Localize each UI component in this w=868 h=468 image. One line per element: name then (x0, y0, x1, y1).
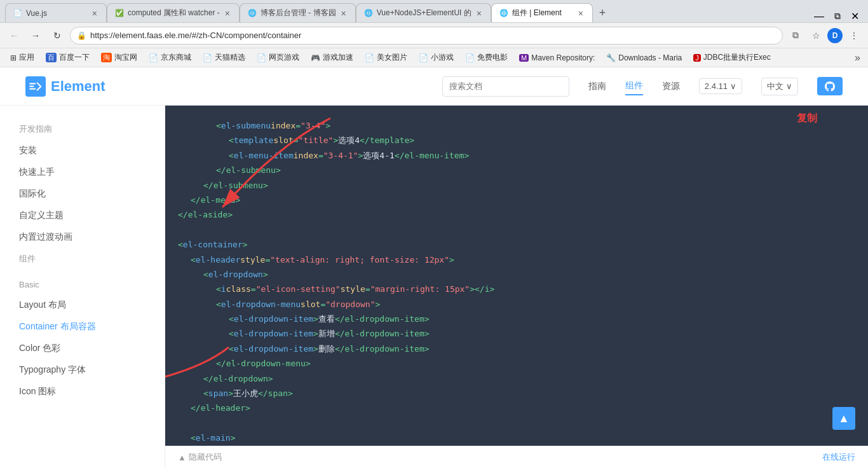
address-text: https://element.faas.ele.me/#/zh-CN/comp… (90, 31, 776, 40)
tab-vue-node-close[interactable]: × (475, 8, 483, 18)
tab-computed-icon: ✅ (115, 9, 124, 17)
tab-vue-node-title: Vue+NodeJS+ElementUI 的 (377, 8, 471, 18)
maven-icon: M (519, 54, 529, 62)
browser-window: 📄 Vue.js × ✅ computed 属性和 watcher - × 🌐 … (0, 0, 868, 468)
tab-blog[interactable]: 🌐 博客后台管理 - 博客园 × (240, 3, 356, 22)
scroll-to-top-button[interactable]: ▲ (832, 407, 855, 430)
code-line-16: <el-dropdown-item>删除</el-dropdown-item> (178, 341, 855, 356)
copy-button[interactable]: 复制 (797, 112, 817, 125)
sidebar-item-theme[interactable]: 自定义主题 (0, 205, 165, 226)
bookmark-taobao[interactable]: 淘 淘宝网 (96, 50, 142, 65)
tab-vue-icon: 📄 (13, 9, 22, 17)
sidebar-item-quickstart[interactable]: 快速上手 (0, 162, 165, 183)
sidebar-group-basic: Basic (0, 270, 165, 294)
profile-button[interactable]: D (827, 28, 843, 43)
nav-guide[interactable]: 指南 (588, 78, 606, 95)
content-area: Element 指南 组件 资源 2.4.11 ∨ 中文 ∨ (0, 67, 868, 468)
code-block: 复制 <el-submenu index="3-4"> <template sl… (165, 106, 868, 468)
bookmarks-more-button[interactable]: » (852, 51, 863, 65)
element-search-input[interactable] (442, 76, 569, 97)
close-browser-button[interactable]: ✕ (847, 10, 863, 22)
sidebar-item-transition[interactable]: 内置过渡动画 (0, 226, 165, 248)
sidebar-item-color[interactable]: Color 色彩 (0, 338, 165, 359)
page-body: 开发指南 安装 快速上手 国际化 自定义主题 内置过渡动画 组件 Basic L… (0, 106, 868, 468)
reload-button[interactable]: ↻ (48, 27, 66, 45)
hide-code-button[interactable]: ▲ 隐藏代码 (178, 451, 222, 463)
tab-element[interactable]: 🌐 组件 | Element × (491, 3, 593, 22)
minimize-button[interactable]: — (810, 11, 828, 22)
hide-code-arrow-icon: ▲ (178, 453, 186, 462)
code-line-10: <el-header style="text-align: right; fon… (178, 252, 855, 267)
tab-element-title: 组件 | Element (512, 8, 573, 18)
tab-vue-title: Vue.js (26, 9, 87, 18)
browser-toolbar: ← → ↻ 🔒 https://element.faas.ele.me/#/zh… (0, 23, 868, 48)
tab-vue-node-icon: 🌐 (364, 9, 373, 17)
bookmark-game-accel[interactable]: 🎮 游戏加速 (306, 50, 358, 65)
nav-resource[interactable]: 资源 (662, 78, 680, 95)
forward-button[interactable]: → (27, 27, 44, 45)
code-line-7: </el-aside> (178, 207, 855, 222)
bookmark-jdbc[interactable]: J JDBC批量执行Exec (688, 50, 776, 65)
code-line-12: <i class="el-icon-setting" style="margin… (178, 282, 855, 296)
tab-computed[interactable]: ✅ computed 属性和 watcher - × (107, 3, 240, 22)
version-select[interactable]: 2.4.11 ∨ (699, 78, 742, 94)
github-button[interactable] (817, 77, 843, 95)
code-line-5: </el-submenu> (178, 178, 855, 193)
nav-component[interactable]: 组件 (625, 78, 643, 95)
sidebar: 开发指南 安装 快速上手 国际化 自定义主题 内置过渡动画 组件 Basic L… (0, 106, 165, 468)
sidebar-item-install[interactable]: 安装 (0, 140, 165, 162)
sidebar-section-guide: 开发指南 (0, 118, 165, 140)
bookmark-girls[interactable]: 📄 美女图片 (360, 50, 412, 65)
code-line-2: <template slot="title">选项4</template> (178, 133, 855, 148)
sidebar-item-container[interactable]: Container 布局容器 (0, 316, 165, 338)
jdbc-icon: J (693, 54, 701, 62)
extensions-button[interactable]: ⧉ (787, 27, 804, 45)
version-chevron-icon: ∨ (730, 81, 736, 91)
games-icon: 📄 (257, 53, 266, 62)
element-page: Element 指南 组件 资源 2.4.11 ∨ 中文 ∨ (0, 67, 868, 468)
tab-computed-close[interactable]: × (224, 8, 231, 18)
downloads-icon: 🔧 (606, 53, 616, 62)
code-line-1: <el-submenu index="3-4"> (178, 118, 855, 133)
code-line-21 (178, 416, 855, 430)
code-line-14: <el-dropdown-item>查看</el-dropdown-item> (178, 312, 855, 326)
tab-element-close[interactable]: × (577, 8, 585, 18)
bookmark-apps[interactable]: ⊞ 应用 (5, 50, 39, 65)
back-button[interactable]: ← (5, 27, 23, 45)
bookmark-movies[interactable]: 📄 免费电影 (460, 50, 513, 65)
new-tab-button[interactable]: + (593, 3, 612, 22)
element-header: Element 指南 组件 资源 2.4.11 ∨ 中文 ∨ (0, 67, 868, 106)
mini-games-icon: 📄 (419, 53, 428, 62)
address-bar[interactable]: 🔒 https://element.faas.ele.me/#/zh-CN/co… (70, 27, 783, 45)
tab-vue[interactable]: 📄 Vue.js × (5, 3, 107, 22)
restore-button[interactable]: ⧉ (831, 11, 844, 22)
bookmark-mini-games[interactable]: 📄 小游戏 (414, 50, 459, 65)
code-line-8 (178, 223, 855, 237)
code-line-13: <el-dropdown-menu slot="dropdown"> (178, 297, 855, 312)
tab-computed-title: computed 属性和 watcher - (128, 8, 220, 18)
tab-vue-close[interactable]: × (91, 8, 98, 18)
bookmark-downloads[interactable]: 🔧 Downloads - Maria (601, 52, 687, 64)
sidebar-section-component: 组件 (0, 248, 165, 270)
code-line-15: <el-dropdown-item>新增</el-dropdown-item> (178, 326, 855, 341)
tab-blog-close[interactable]: × (340, 8, 348, 18)
svg-rect-1 (29, 85, 34, 86)
bookmark-games[interactable]: 📄 网页游戏 (252, 50, 304, 65)
more-options-button[interactable]: ⋮ (845, 27, 863, 45)
bookmark-maven[interactable]: M Maven Repository: (514, 52, 600, 64)
bookmarks-bar: ⊞ 应用 百 百度一下 淘 淘宝网 📄 京东商城 📄 天猫精选 📄 网页游戏 🎮… (0, 48, 868, 67)
element-logo[interactable]: Element (25, 76, 105, 97)
svg-marker-3 (36, 82, 41, 91)
bookmark-baidu[interactable]: 百 百度一下 (41, 50, 95, 65)
lang-select[interactable]: 中文 ∨ (761, 78, 798, 95)
bookmark-star-button[interactable]: ☆ (807, 27, 825, 45)
bookmark-tmall[interactable]: 📄 天猫精选 (198, 50, 250, 65)
sidebar-item-icon[interactable]: Icon 图标 (0, 381, 165, 403)
sidebar-item-i18n[interactable]: 国际化 (0, 183, 165, 205)
tab-vue-node[interactable]: 🌐 Vue+NodeJS+ElementUI 的 × (356, 3, 491, 22)
sidebar-item-typography[interactable]: Typography 字体 (0, 359, 165, 381)
tmall-icon: 📄 (203, 53, 212, 62)
sidebar-item-layout[interactable]: Layout 布局 (0, 294, 165, 316)
bookmark-jd[interactable]: 📄 京东商城 (144, 50, 196, 65)
run-online-button[interactable]: 在线运行 (822, 451, 855, 463)
